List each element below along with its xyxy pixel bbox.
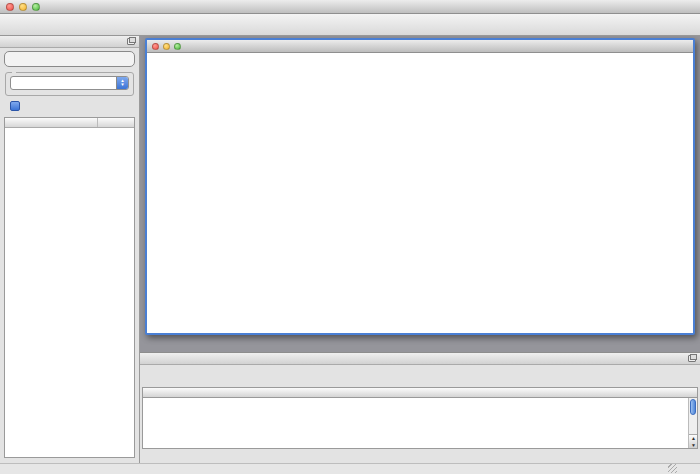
data-panel: ▲▼ — [140, 352, 700, 463]
traffic-lights — [6, 3, 40, 11]
float-data-panel-icon[interactable] — [688, 355, 696, 362]
network-view-titlebar[interactable] — [147, 40, 693, 53]
dropdown-stepper-icon[interactable]: ▲▼ — [116, 77, 128, 89]
data-panel-toolbar — [140, 365, 700, 387]
tree-col-nodes[interactable] — [98, 118, 134, 127]
scrollbar-arrows-icon[interactable]: ▲▼ — [689, 434, 698, 448]
status-bar — [0, 463, 700, 474]
control-panel-header — [0, 36, 139, 48]
tree-header — [5, 118, 134, 128]
network-tree — [4, 117, 135, 458]
float-panel-icon[interactable] — [127, 38, 135, 45]
close-icon[interactable] — [6, 3, 14, 11]
network-desktop — [140, 36, 700, 352]
resize-grip[interactable] — [668, 464, 677, 473]
control-panel: ▲▼ — [0, 36, 140, 463]
table-scrollbar[interactable]: ▲▼ — [688, 398, 697, 448]
view-close-icon[interactable] — [152, 43, 159, 50]
minimize-icon[interactable] — [19, 3, 27, 11]
control-panel-tabs — [4, 51, 135, 67]
node-color-selection-group: ▲▼ — [5, 72, 134, 96]
view-zoom-icon[interactable] — [174, 43, 181, 50]
data-panel-header — [140, 353, 700, 365]
zoom-window-icon[interactable] — [32, 3, 40, 11]
view-minimize-icon[interactable] — [163, 43, 170, 50]
window-titlebar[interactable] — [0, 0, 700, 14]
checkbox-icon[interactable] — [10, 101, 20, 111]
node-color-dropdown[interactable]: ▲▼ — [10, 76, 129, 90]
background-windows[interactable] — [140, 335, 700, 352]
network-view-window[interactable] — [145, 38, 695, 335]
attribute-table: ▲▼ — [142, 387, 698, 449]
main-toolbar — [0, 14, 700, 36]
view-traffic-lights — [152, 43, 181, 50]
cytoscape-app: ▲▼ — [0, 0, 700, 474]
network-canvas[interactable] — [147, 53, 693, 333]
select-nodes-checkbox[interactable] — [10, 101, 139, 111]
attribute-browser-tabs — [140, 449, 700, 463]
attribute-table-header — [143, 388, 697, 398]
scrollbar-thumb[interactable] — [690, 399, 696, 415]
tree-col-network[interactable] — [5, 118, 98, 127]
